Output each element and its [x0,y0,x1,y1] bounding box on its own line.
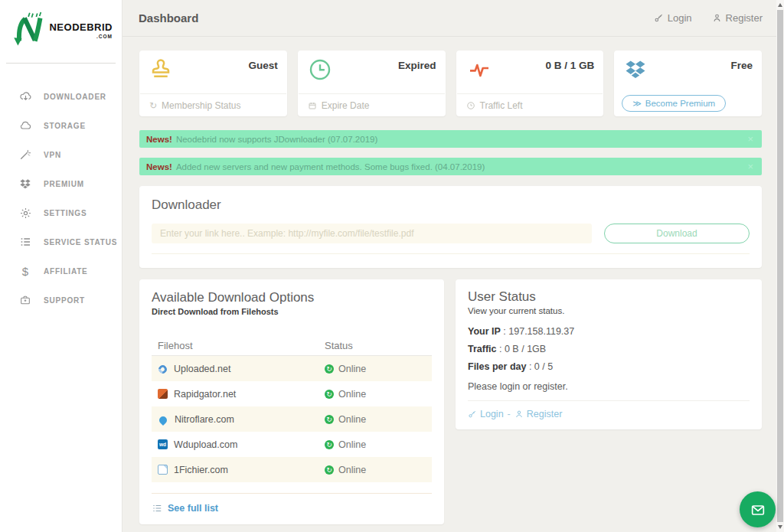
list-icon [152,503,162,514]
table-row-uploaded[interactable]: Uploaded.net ↻ Online [152,356,432,381]
rapidgator-favicon [158,389,168,399]
filehost-name: Uploaded.net [174,364,230,374]
double-chevron-icon: ≫ [632,100,642,108]
sidebar-item-affiliate[interactable]: $ AFFILIATE [0,256,122,286]
status-cards-row: Guest ↻ Membership Status Expired [139,51,762,116]
register-link-small[interactable]: Register [514,409,563,419]
login-link-small[interactable]: Login [468,409,504,419]
table-row-1fichier[interactable]: 1Fichier.com ↻ Online [152,457,432,482]
options-subtitle: Direct Download from Filehosts [152,307,432,316]
filehost-status: Online [338,389,366,400]
key-icon [654,13,664,23]
sidebar-item-support[interactable]: SUPPORT [0,286,122,315]
table-footer: See full list [152,493,432,514]
refresh-icon: ↻ [149,101,157,110]
uploaded-favicon [157,363,168,374]
sidebar-item-premium[interactable]: PREMIUM [0,169,122,198]
calendar-icon [308,101,317,110]
online-status-icon: ↻ [325,465,334,475]
news-banner-1: News! Neodebrid now supports JDownloader… [139,130,762,148]
filehost-status: Online [338,364,366,374]
sidebar-divider [6,63,116,64]
user-status-subtitle: View your current status. [468,306,750,315]
premium-value: Free [730,57,753,90]
table-row-rapidgator[interactable]: Rapidgator.net ↻ Online [152,381,432,406]
person-icon [514,410,524,419]
nitroflare-favicon [158,414,168,425]
brand-name: NEODEBRID [49,21,113,33]
news-text: Added new servers and new payment method… [176,162,746,171]
main-area: Dashboard Login Register Guest ↻ [122,0,776,532]
logo[interactable]: NEODEBRID .COM [0,0,122,58]
membership-label-row: ↻ Membership Status [140,93,286,116]
filehost-status: Online [338,465,366,475]
table-row-nitroflare[interactable]: Nitroflare.com ↻ Online [152,406,432,432]
logo-n-icon [11,8,44,52]
links-separator: - [508,409,511,419]
sidebar-nav: DOWNLOADER STORAGE VPN PREMIUM [0,82,122,315]
sidebar-item-service-status[interactable]: SERVICE STATUS [0,227,122,256]
user-status-title: User Status [468,289,750,305]
membership-value: Guest [248,57,277,93]
online-status-icon: ↻ [325,415,334,424]
login-link-label: Login [668,12,692,24]
traffic-value: : 0 B / 1GB [499,344,546,354]
login-link-small-label: Login [480,409,504,419]
sidebar-item-downloader[interactable]: DOWNLOADER [0,82,122,111]
sidebar-item-storage[interactable]: STORAGE [0,111,122,140]
premium-card: Free ≫ Become Premium [614,51,762,116]
login-link[interactable]: Login [654,12,692,24]
list-icon [17,236,34,248]
become-premium-button[interactable]: ≫ Become Premium [622,95,726,112]
filehost-status: Online [338,414,366,425]
scrollbar-thumb[interactable] [777,10,783,522]
sidebar-item-vpn[interactable]: VPN [0,140,122,169]
traffic-line: Traffic : 0 B / 1GB [468,344,750,354]
downloader-title: Downloader [152,197,750,213]
traffic-left-card: 0 B / 1 GB Traffic Left [456,51,604,116]
dollar-icon: $ [17,265,34,278]
user-status-body: Your IP : 197.158.119.37 Traffic : 0 B /… [468,326,750,419]
sidebar-item-label: SETTINGS [44,209,87,217]
sidebar-item-label: PREMIUM [44,180,84,188]
expire-date-card: Expired Expire Date [298,51,446,116]
news-tag: News! [146,162,172,171]
sidebar-item-settings[interactable]: SETTINGS [0,198,122,227]
table-header: Filehost Status [152,336,432,356]
pulse-icon [466,57,492,82]
news-banner-2: News! Added new servers and new payment … [139,158,762,175]
filehost-name: Wdupload.com [174,439,237,450]
clock-small-icon [466,101,475,110]
files-value: : 0 / 5 [529,361,553,372]
sidebar: NEODEBRID .COM DOWNLOADER STORAGE [0,0,122,532]
page-title: Dashboard [139,11,634,24]
download-button[interactable]: Download [604,224,750,243]
key-icon [468,410,477,419]
register-link-small-label: Register [527,409,563,419]
chat-button[interactable] [740,491,776,527]
filehost-name: Rapidgator.net [174,389,236,400]
expire-value: Expired [398,57,436,93]
person-icon [712,13,722,23]
logo-text: NEODEBRID .COM [49,21,113,39]
column-filehost: Filehost [158,340,325,351]
link-input[interactable] [152,224,592,243]
become-premium-label: Become Premium [645,99,715,108]
sidebar-item-label: AFFILIATE [44,267,88,276]
see-full-list-link[interactable]: See full list [152,503,218,514]
sidebar-item-label: SUPPORT [44,296,85,305]
table-row-wdupload[interactable]: wd Wdupload.com ↻ Online [152,432,432,457]
register-link[interactable]: Register [712,12,763,24]
cloud-download-icon [17,90,34,103]
scroll-down-arrow-icon[interactable] [778,525,782,529]
download-options-card: Available Download Options Direct Downlo… [139,279,444,524]
see-full-list-label: See full list [168,503,218,514]
scroll-up-arrow-icon[interactable] [778,3,782,7]
magic-wand-icon [17,149,34,161]
close-icon[interactable]: × [746,133,755,145]
vertical-scrollbar[interactable] [776,0,784,532]
options-title: Available Download Options [152,290,432,305]
close-icon[interactable]: × [746,161,755,172]
cloud-icon [17,119,34,132]
traffic-label: Traffic Left [480,100,523,111]
